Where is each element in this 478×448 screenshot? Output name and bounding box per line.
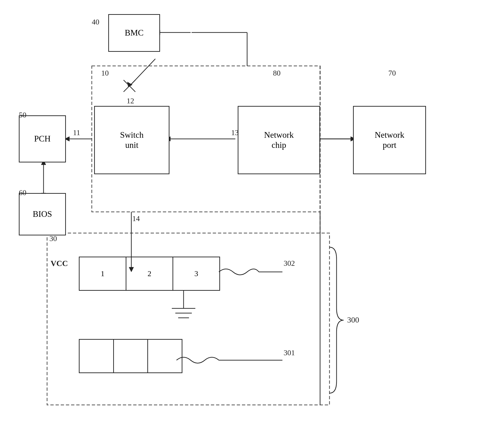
network-chip-ref: 80	[273, 69, 281, 77]
outer-ref: 30	[50, 234, 57, 243]
pch-label: PCH	[34, 134, 50, 144]
bios-ref: 60	[19, 188, 26, 197]
pch-box: PCH	[19, 115, 66, 162]
vcc-cell-1: 1	[80, 257, 126, 290]
switch-label: Switch unit	[120, 130, 144, 150]
bios-label: BIOS	[33, 209, 52, 219]
vcc-label: VCC	[50, 259, 68, 268]
vcc-cell-2: 2	[126, 257, 173, 290]
svg-line-27	[124, 80, 135, 92]
bmc-label: BMC	[125, 28, 144, 38]
conn-13-label: 13	[231, 128, 239, 137]
switch-box: Switch unit	[94, 106, 170, 174]
switch-ref: 10	[101, 69, 109, 77]
bmc-box: BMC	[108, 14, 160, 52]
lower-connector	[79, 339, 182, 373]
network-port-ref: 70	[388, 69, 396, 77]
network-port-box: Network port	[353, 106, 426, 174]
conn-11-label: 11	[73, 128, 80, 137]
vcc-cell-3: 3	[173, 257, 219, 290]
lower-cell-1	[80, 340, 114, 372]
conn-301-label: 301	[283, 348, 295, 357]
conn-12-label: 12	[127, 96, 134, 105]
svg-marker-29	[127, 82, 132, 87]
conn-302-label: 302	[283, 259, 295, 268]
svg-line-28	[130, 59, 155, 86]
network-chip-label: Network chip	[264, 130, 294, 150]
conn-14-label: 14	[132, 214, 140, 223]
pch-ref: 50	[19, 111, 26, 119]
lower-cell-2	[114, 340, 148, 372]
conn-300-label: 300	[347, 315, 359, 324]
lower-cell-3	[148, 340, 182, 372]
bmc-ref: 40	[92, 18, 99, 26]
network-chip-box: Network chip	[238, 106, 320, 174]
vcc-connector: 1 2 3	[79, 257, 220, 291]
network-port-label: Network port	[375, 130, 404, 150]
bios-box: BIOS	[19, 193, 66, 235]
svg-line-26	[124, 80, 135, 92]
